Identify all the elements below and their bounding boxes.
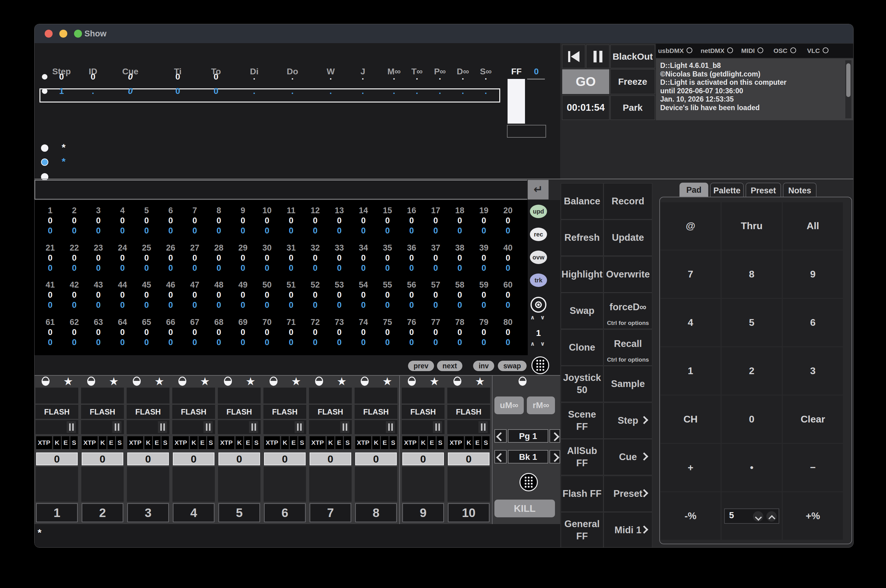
sub-key-k[interactable]: K bbox=[281, 436, 289, 449]
command-input[interactable] bbox=[34, 180, 527, 200]
step-2-cell-d∞[interactable]: . bbox=[462, 86, 464, 97]
channel-level[interactable]: 0 bbox=[409, 327, 414, 338]
action-midi-1[interactable]: Midi 1 bbox=[604, 512, 652, 548]
sub-label-box[interactable] bbox=[127, 388, 169, 404]
sub-label-box[interactable] bbox=[172, 388, 215, 404]
sub-key-e[interactable]: E bbox=[428, 436, 436, 449]
sub-key-xtp[interactable]: XTP bbox=[36, 436, 52, 449]
channel-level[interactable]: 0 bbox=[168, 290, 173, 300]
sub-key-s[interactable]: S bbox=[482, 436, 490, 449]
cue-list-radio-3[interactable] bbox=[41, 173, 48, 180]
step-1-cell-step[interactable]: 0 bbox=[59, 71, 64, 82]
sub-number-button[interactable]: 1 bbox=[36, 503, 78, 522]
sub-key-s[interactable]: S bbox=[253, 436, 260, 449]
sub-fader-track[interactable] bbox=[81, 466, 124, 502]
bk-prev-button[interactable] bbox=[495, 450, 507, 464]
sub-number-button[interactable]: 8 bbox=[355, 503, 397, 522]
channel-level[interactable]: 0 bbox=[361, 216, 366, 226]
channel-level[interactable]: 0 bbox=[96, 327, 100, 338]
sub-number-button[interactable]: 5 bbox=[219, 503, 260, 522]
ovw-mode-button[interactable]: ovw bbox=[530, 250, 547, 264]
channel-level[interactable]: 0 bbox=[72, 216, 76, 226]
keypad-key-9[interactable]: 9 bbox=[783, 250, 843, 298]
port-midi[interactable]: MIDI bbox=[741, 44, 763, 58]
keypad-key-+[interactable]: + bbox=[661, 444, 721, 491]
channel-level[interactable]: 0 bbox=[48, 216, 52, 226]
step-1-cell-do[interactable]: . bbox=[291, 71, 294, 82]
action-recall[interactable]: RecallCtrl for options bbox=[604, 330, 652, 366]
port-netdmx[interactable]: netDMX bbox=[701, 44, 733, 58]
stepper-up-button[interactable] bbox=[766, 511, 777, 522]
channel-level[interactable]: 0 bbox=[265, 216, 269, 226]
sub-key-e[interactable]: E bbox=[335, 436, 343, 449]
port-usbdmx[interactable]: usbDMX bbox=[658, 44, 693, 58]
sub-key-k[interactable]: K bbox=[190, 436, 198, 449]
sub-star-icon[interactable]: ★ bbox=[109, 376, 119, 387]
channel-level[interactable]: 0 bbox=[192, 253, 197, 263]
step-2-cell-s∞[interactable]: . bbox=[484, 86, 487, 97]
sub-key-k[interactable]: K bbox=[327, 436, 334, 449]
park-button[interactable]: Park bbox=[610, 96, 655, 120]
sub-ball-icon[interactable] bbox=[361, 376, 369, 386]
sub-flash-button[interactable]: FLASH bbox=[172, 405, 215, 419]
channel-level[interactable]: 0 bbox=[361, 327, 366, 338]
bk-next-button[interactable] bbox=[549, 450, 560, 464]
channel-level[interactable]: 0 bbox=[289, 290, 293, 300]
channel-level[interactable]: 0 bbox=[96, 216, 100, 226]
sub-key-xtp[interactable]: XTP bbox=[264, 436, 280, 449]
sub-key-s[interactable]: S bbox=[162, 436, 169, 449]
action-joystick-50[interactable]: Joystick 50 bbox=[561, 366, 603, 402]
grid-swap-button[interactable]: swap bbox=[498, 361, 526, 371]
sub-flash-button[interactable]: FLASH bbox=[309, 405, 352, 419]
sub-key-e[interactable]: E bbox=[244, 436, 252, 449]
channel-layout-button[interactable] bbox=[531, 356, 549, 374]
step-1-cell-cue[interactable]: 0 bbox=[128, 71, 133, 82]
channel-level[interactable]: 0 bbox=[240, 253, 245, 263]
keypad-key-5[interactable]: 5 bbox=[722, 299, 782, 346]
keypad-key-ch[interactable]: CH bbox=[661, 396, 721, 443]
step-2-cell-m∞[interactable]: . bbox=[393, 86, 395, 97]
channel-level[interactable]: 0 bbox=[506, 290, 510, 300]
action-scene-ff[interactable]: Scene FF bbox=[561, 403, 603, 439]
channel-level[interactable]: 0 bbox=[361, 290, 366, 300]
sub-key-s[interactable]: S bbox=[116, 436, 123, 449]
channel-level[interactable]: 0 bbox=[217, 216, 221, 226]
sub-flash-button[interactable]: FLASH bbox=[127, 405, 169, 419]
sub-ball-icon[interactable] bbox=[453, 376, 461, 386]
pg-prev-button[interactable] bbox=[495, 429, 507, 442]
channel-level[interactable]: 0 bbox=[120, 253, 125, 263]
channel-level[interactable]: 0 bbox=[289, 327, 293, 338]
keypad-key-•[interactable]: • bbox=[722, 444, 782, 491]
sub-ball-icon[interactable] bbox=[408, 376, 416, 386]
sub-fader-slider[interactable] bbox=[81, 420, 124, 434]
channel-level[interactable]: 0 bbox=[48, 253, 52, 263]
step-1-cell-di[interactable]: . bbox=[253, 71, 255, 82]
sub-key-e[interactable]: E bbox=[474, 436, 481, 449]
keypad-key-thru[interactable]: Thru bbox=[722, 202, 782, 250]
channel-level[interactable]: 0 bbox=[433, 290, 438, 300]
sub-key-xtp[interactable]: XTP bbox=[127, 436, 143, 449]
channel-level[interactable]: 0 bbox=[481, 216, 486, 226]
channel-level[interactable]: 0 bbox=[289, 216, 293, 226]
channel-grid[interactable]: 1002003004005006007008009001000110012001… bbox=[34, 200, 528, 355]
target-steppers[interactable]: ∧ ∨ bbox=[530, 314, 547, 321]
channel-level[interactable]: 0 bbox=[481, 253, 486, 263]
channel-level[interactable]: 0 bbox=[48, 327, 52, 338]
sub-number-button[interactable]: 7 bbox=[310, 503, 351, 522]
sub-number-button[interactable]: 2 bbox=[82, 503, 123, 522]
tab-palette[interactable]: Palette bbox=[710, 183, 744, 197]
step-2-cell-step[interactable]: 1 bbox=[59, 86, 64, 97]
sub-ball-icon[interactable] bbox=[133, 376, 141, 386]
step-1-cell-m∞[interactable]: . bbox=[393, 71, 395, 82]
tab-preset[interactable]: Preset bbox=[745, 183, 781, 197]
channel-level[interactable]: 0 bbox=[217, 290, 221, 300]
cue-list-radio-2[interactable] bbox=[41, 159, 48, 166]
selected-step-outline[interactable] bbox=[39, 88, 500, 102]
channel-level[interactable]: 0 bbox=[457, 290, 462, 300]
sub-number-button[interactable]: 9 bbox=[402, 503, 444, 522]
channel-level[interactable]: 0 bbox=[168, 216, 173, 226]
keypad-key-@[interactable]: @ bbox=[661, 202, 721, 250]
step-2-cell-j[interactable]: . bbox=[361, 86, 364, 97]
kill-button[interactable]: KILL bbox=[495, 500, 555, 518]
sub-label-box[interactable] bbox=[36, 388, 78, 404]
